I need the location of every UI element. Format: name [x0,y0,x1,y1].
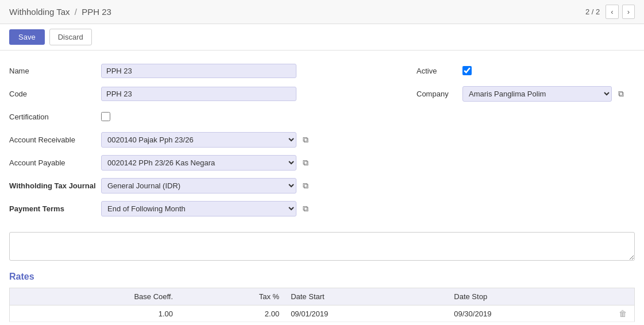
toolbar: Save Discard [0,24,644,51]
col-base-coeff: Base Coeff. [10,288,179,305]
payment-terms-label: Payment Terms [9,204,101,213]
cell-tax-pct: 2.00 [179,305,285,322]
nav-count: 2 / 2 [585,7,600,16]
company-wrapper: Amaris Panglima Polim ⧉ [462,86,627,102]
name-row: Name [9,62,394,79]
wh-journal-row: Withholding Tax Journal General Journal … [9,177,394,194]
breadcrumb-separator: / [75,7,77,17]
delete-row-icon[interactable]: 🗑 [619,309,627,318]
form-left: Name Code Certification Account Receivab… [9,62,394,223]
company-select[interactable]: Amaris Panglima Polim [462,86,612,102]
payment-terms-wrapper: End of Following Month ⧉ [101,201,311,216]
account-payable-label: Account Payable [9,158,101,167]
breadcrumb-parent[interactable]: Withholding Tax [9,7,70,17]
code-row: Code [9,85,394,102]
breadcrumb-current: PPH 23 [82,7,111,17]
cell-base-coeff: 1.00 [10,305,179,322]
wh-journal-select[interactable]: General Journal (IDR) [101,178,296,194]
account-payable-select[interactable]: 0020142 PPh 23/26 Kas Negara [101,155,296,171]
nav-controls: 2 / 2 ‹ › [585,5,635,19]
form-section: Name Code Certification Account Receivab… [9,62,635,223]
wh-journal-wrapper: General Journal (IDR) ⧉ [101,178,311,194]
main-content: Name Code Certification Account Receivab… [0,51,644,325]
cell-actions: 🗑 [612,305,635,322]
active-checkbox[interactable] [462,66,472,75]
certification-label: Certification [9,113,101,121]
notes-area [9,232,635,262]
cell-date-start: 09/01/2019 [285,305,448,322]
wh-journal-label: Withholding Tax Journal [9,181,101,190]
cell-date-stop: 09/30/2019 [448,305,611,322]
code-label: Code [9,90,101,98]
code-field[interactable] [101,87,296,101]
account-receivable-label: Account Receivable [9,136,101,144]
col-tax-pct: Tax % [179,288,285,305]
account-receivable-select[interactable]: 0020140 Pajak Pph 23/26 [101,132,296,148]
breadcrumb-bar: Withholding Tax / PPH 23 2 / 2 ‹ › [0,0,644,24]
account-receivable-external-link[interactable]: ⧉ [300,134,311,145]
account-receivable-wrapper: 0020140 Pajak Pph 23/26 ⧉ [101,132,311,148]
nav-prev-button[interactable]: ‹ [606,5,618,19]
col-date-stop: Date Stop [448,288,611,305]
payment-terms-row: Payment Terms End of Following Month ⧉ [9,200,394,217]
rates-header-row: Base Coeff. Tax % Date Start Date Stop [10,288,635,305]
rates-table: Base Coeff. Tax % Date Start Date Stop 1… [9,288,635,322]
active-row: Active [417,62,635,79]
name-field[interactable] [101,64,296,78]
company-label: Company [417,90,462,98]
rates-title: Rates [9,272,635,282]
rates-section: Rates Base Coeff. Tax % Date Start Date … [9,272,635,325]
company-external-link[interactable]: ⧉ [615,88,627,99]
account-payable-wrapper: 0020142 PPh 23/26 Kas Negara ⧉ [101,155,311,171]
notes-textarea[interactable] [9,232,635,261]
col-actions [612,288,635,305]
name-label: Name [9,67,101,75]
payment-terms-external-link[interactable]: ⧉ [300,203,311,214]
breadcrumb: Withholding Tax / PPH 23 [9,7,111,17]
certification-checkbox[interactable] [101,112,110,121]
payment-terms-select[interactable]: End of Following Month [101,201,296,216]
save-button[interactable]: Save [9,29,45,45]
nav-next-button[interactable]: › [622,5,635,19]
wh-journal-external-link[interactable]: ⧉ [300,180,311,191]
form-right: Active Company Amaris Panglima Polim ⧉ [417,62,635,223]
active-label: Active [417,67,462,75]
company-row: Company Amaris Panglima Polim ⧉ [417,85,635,102]
table-row[interactable]: 1.00 2.00 09/01/2019 09/30/2019 🗑 [10,305,635,322]
certification-row: Certification [9,108,394,125]
account-payable-external-link[interactable]: ⧉ [300,157,311,168]
col-date-start: Date Start [285,288,448,305]
account-payable-row: Account Payable 0020142 PPh 23/26 Kas Ne… [9,154,394,171]
discard-button[interactable]: Discard [49,29,92,45]
account-receivable-row: Account Receivable 0020140 Pajak Pph 23/… [9,131,394,148]
